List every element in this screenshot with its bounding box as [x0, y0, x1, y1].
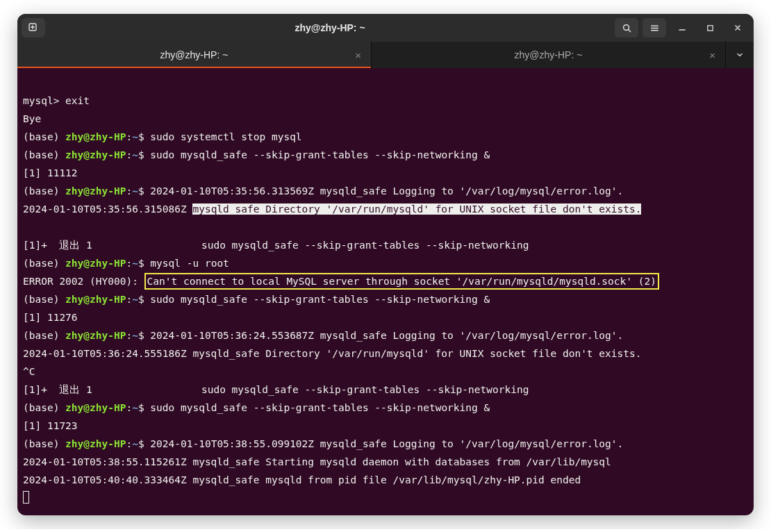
window-title: zhy@zhy-HP: ~ — [51, 22, 609, 33]
term-line: ^C — [23, 366, 35, 377]
term-output: ERROR 2002 (HY000): — [23, 276, 144, 287]
prompt-base: (base) — [23, 402, 65, 413]
prompt-path: ~ — [132, 258, 138, 269]
prompt-user: zhy@zhy-HP — [65, 438, 126, 449]
menu-button[interactable] — [642, 18, 666, 38]
term-cmd: sudo mysqld_safe --skip-grant-tables --s… — [150, 402, 490, 413]
tab-1[interactable]: zhy@zhy-HP: ~ × — [17, 42, 372, 68]
tab-label: zhy@zhy-HP: ~ — [160, 49, 229, 60]
tab-close-icon[interactable]: × — [709, 49, 715, 61]
term-line: [1] 11112 — [23, 167, 78, 178]
prompt-dollar: $ — [138, 131, 150, 142]
prompt-base: (base) — [23, 185, 65, 197]
term-line: mysql> exit — [23, 95, 90, 106]
term-cmd: sudo mysqld_safe --skip-grant-tables --s… — [150, 149, 490, 160]
term-cmd: sudo mysqld_safe --skip-grant-tables --s… — [150, 294, 490, 305]
term-line: [1] 11276 — [23, 312, 78, 323]
term-output: 2024-01-10T05:38:55.099102Z mysqld_safe … — [150, 438, 623, 449]
search-icon — [622, 23, 632, 33]
term-line: [1] 11723 — [23, 420, 78, 431]
prompt-base: (base) — [23, 258, 65, 269]
new-tab-icon — [28, 22, 39, 33]
close-button[interactable] — [726, 19, 749, 37]
prompt-path: ~ — [132, 149, 138, 160]
titlebar: zhy@zhy-HP: ~ — [17, 14, 754, 42]
prompt-user: zhy@zhy-HP — [65, 185, 126, 197]
prompt-user: zhy@zhy-HP — [65, 330, 126, 341]
prompt-dollar: $ — [138, 185, 150, 197]
term-cmd: mysql -u root — [150, 258, 229, 269]
term-line: 2024-01-10T05:40:40.333464Z mysqld_safe … — [23, 474, 581, 485]
prompt-sep: : — [126, 330, 132, 341]
prompt-base: (base) — [23, 294, 65, 305]
maximize-button[interactable] — [698, 19, 722, 37]
prompt-sep: : — [126, 402, 132, 413]
term-output: 2024-01-10T05:35:56.313569Z mysqld_safe … — [150, 185, 623, 197]
terminal-content[interactable]: mysql> exit Bye (base) zhy@zhy-HP:~$ sud… — [17, 68, 754, 515]
prompt-path: ~ — [132, 438, 138, 449]
prompt-dollar: $ — [138, 258, 150, 269]
term-line: [1]+ 退出 1 sudo mysqld_safe --skip-grant-… — [23, 384, 529, 395]
new-tab-button[interactable] — [22, 18, 45, 38]
chevron-down-icon — [736, 51, 744, 59]
prompt-sep: : — [126, 258, 132, 269]
term-cmd: sudo systemctl stop mysql — [150, 131, 301, 142]
term-output: 2024-01-10T05:35:56.315086Z — [23, 203, 192, 215]
prompt-sep: : — [126, 438, 132, 449]
tab-2[interactable]: zhy@zhy-HP: ~ × — [372, 42, 726, 68]
prompt-dollar: $ — [138, 438, 150, 449]
terminal-window: zhy@zhy-HP: ~ — [17, 14, 754, 515]
close-icon — [733, 24, 742, 32]
prompt-dollar: $ — [138, 402, 150, 413]
prompt-dollar: $ — [138, 149, 150, 160]
term-line: Bye — [23, 113, 41, 124]
prompt-base: (base) — [23, 438, 65, 449]
tab-label: zhy@zhy-HP: ~ — [515, 49, 583, 60]
prompt-user: zhy@zhy-HP — [65, 149, 126, 160]
prompt-path: ~ — [132, 131, 138, 142]
prompt-user: zhy@zhy-HP — [65, 294, 126, 305]
term-line: 2024-01-10T05:36:24.555186Z mysqld_safe … — [23, 348, 641, 359]
prompt-path: ~ — [132, 294, 138, 305]
prompt-path: ~ — [132, 402, 138, 413]
minimize-button[interactable] — [670, 19, 694, 37]
tab-dropdown-button[interactable] — [726, 42, 754, 68]
prompt-path: ~ — [132, 185, 138, 197]
svg-rect-2 — [707, 25, 712, 30]
prompt-sep: : — [126, 149, 132, 160]
term-line: [1]+ 退出 1 sudo mysqld_safe --skip-grant-… — [23, 240, 529, 251]
prompt-dollar: $ — [138, 294, 150, 305]
maximize-icon — [706, 24, 714, 32]
hamburger-icon — [649, 23, 660, 33]
prompt-base: (base) — [23, 149, 65, 160]
tab-close-icon[interactable]: × — [355, 49, 361, 61]
search-button[interactable] — [615, 18, 638, 38]
cursor — [23, 491, 29, 504]
prompt-base: (base) — [23, 330, 65, 341]
prompt-user: zhy@zhy-HP — [65, 402, 126, 413]
prompt-sep: : — [126, 131, 132, 142]
tab-bar: zhy@zhy-HP: ~ × zhy@zhy-HP: ~ × — [17, 42, 754, 68]
term-line: 2024-01-10T05:38:55.115261Z mysqld_safe … — [23, 456, 611, 467]
prompt-base: (base) — [23, 131, 65, 142]
prompt-user: zhy@zhy-HP — [65, 131, 126, 142]
prompt-dollar: $ — [138, 330, 150, 341]
highlighted-text: mysqld_safe Directory '/var/run/mysqld' … — [192, 203, 641, 215]
minimize-icon — [678, 24, 686, 32]
prompt-user: zhy@zhy-HP — [65, 258, 126, 269]
prompt-path: ~ — [132, 330, 138, 341]
term-output: 2024-01-10T05:36:24.553687Z mysqld_safe … — [150, 330, 623, 341]
prompt-sep: : — [126, 185, 132, 197]
prompt-sep: : — [126, 294, 132, 305]
error-highlight: Can't connect to local MySQL server thro… — [144, 273, 659, 290]
